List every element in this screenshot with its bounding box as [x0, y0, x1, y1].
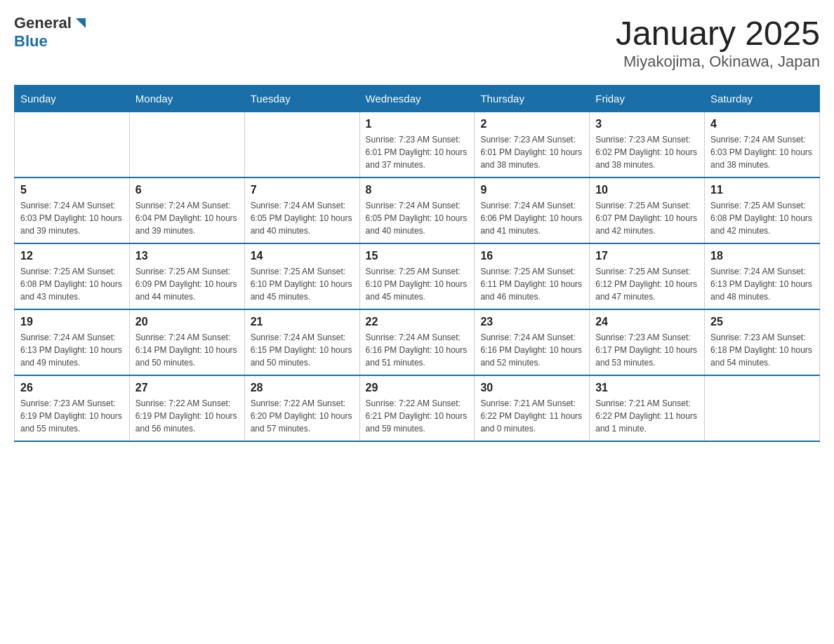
calendar-cell: 29Sunrise: 7:22 AM Sunset: 6:21 PM Dayli… — [359, 375, 475, 441]
calendar-cell — [705, 375, 820, 441]
weekday-header: Sunday — [15, 86, 130, 112]
calendar-cell: 15Sunrise: 7:25 AM Sunset: 6:10 PM Dayli… — [359, 243, 475, 309]
day-info: Sunrise: 7:24 AM Sunset: 6:05 PM Dayligh… — [366, 199, 469, 237]
day-info: Sunrise: 7:21 AM Sunset: 6:22 PM Dayligh… — [480, 397, 583, 435]
calendar-cell: 11Sunrise: 7:25 AM Sunset: 6:08 PM Dayli… — [705, 177, 820, 243]
logo-general: General — [14, 14, 72, 32]
day-number: 9 — [480, 184, 583, 196]
day-number: 23 — [480, 316, 583, 328]
weekday-header: Monday — [129, 86, 244, 112]
calendar-cell: 24Sunrise: 7:23 AM Sunset: 6:17 PM Dayli… — [590, 309, 705, 375]
calendar-cell: 20Sunrise: 7:24 AM Sunset: 6:14 PM Dayli… — [129, 309, 244, 375]
day-info: Sunrise: 7:24 AM Sunset: 6:16 PM Dayligh… — [480, 331, 583, 369]
day-info: Sunrise: 7:23 AM Sunset: 6:02 PM Dayligh… — [595, 133, 699, 171]
calendar-cell: 16Sunrise: 7:25 AM Sunset: 6:11 PM Dayli… — [475, 243, 590, 309]
day-number: 22 — [366, 316, 469, 328]
day-number: 1 — [366, 118, 469, 130]
day-info: Sunrise: 7:25 AM Sunset: 6:11 PM Dayligh… — [480, 265, 583, 303]
logo-triangle-icon — [73, 15, 88, 31]
calendar-cell: 2Sunrise: 7:23 AM Sunset: 6:01 PM Daylig… — [475, 112, 590, 178]
day-number: 6 — [135, 184, 239, 196]
day-number: 21 — [251, 316, 354, 328]
title-block: January 2025 Miyakojima, Okinawa, Japan — [616, 14, 820, 71]
calendar-cell — [244, 112, 359, 178]
day-info: Sunrise: 7:22 AM Sunset: 6:21 PM Dayligh… — [366, 397, 469, 435]
weekday-header: Tuesday — [244, 86, 359, 112]
calendar-cell: 9Sunrise: 7:24 AM Sunset: 6:06 PM Daylig… — [475, 177, 590, 243]
calendar-cell — [15, 112, 130, 178]
day-number: 27 — [135, 382, 239, 394]
calendar-cell: 12Sunrise: 7:25 AM Sunset: 6:08 PM Dayli… — [15, 243, 130, 309]
day-number: 3 — [595, 118, 699, 130]
day-info: Sunrise: 7:25 AM Sunset: 6:10 PM Dayligh… — [251, 265, 354, 303]
weekday-header: Thursday — [475, 86, 590, 112]
calendar-cell: 26Sunrise: 7:23 AM Sunset: 6:19 PM Dayli… — [15, 375, 130, 441]
day-info: Sunrise: 7:24 AM Sunset: 6:05 PM Dayligh… — [251, 199, 354, 237]
day-number: 20 — [135, 316, 239, 328]
day-info: Sunrise: 7:24 AM Sunset: 6:03 PM Dayligh… — [710, 133, 814, 171]
calendar-cell: 18Sunrise: 7:24 AM Sunset: 6:13 PM Dayli… — [705, 243, 820, 309]
day-number: 12 — [20, 250, 124, 262]
day-info: Sunrise: 7:22 AM Sunset: 6:19 PM Dayligh… — [135, 397, 239, 435]
day-info: Sunrise: 7:24 AM Sunset: 6:13 PM Dayligh… — [710, 265, 814, 303]
day-number: 31 — [595, 382, 699, 394]
day-info: Sunrise: 7:25 AM Sunset: 6:09 PM Dayligh… — [135, 265, 239, 303]
logo-blue: Blue — [14, 32, 48, 51]
calendar-cell: 28Sunrise: 7:22 AM Sunset: 6:20 PM Dayli… — [244, 375, 359, 441]
day-info: Sunrise: 7:23 AM Sunset: 6:18 PM Dayligh… — [710, 331, 814, 369]
day-info: Sunrise: 7:25 AM Sunset: 6:10 PM Dayligh… — [366, 265, 469, 303]
day-info: Sunrise: 7:25 AM Sunset: 6:07 PM Dayligh… — [595, 199, 699, 237]
day-number: 28 — [251, 382, 354, 394]
weekday-header: Friday — [590, 86, 705, 112]
calendar-cell: 22Sunrise: 7:24 AM Sunset: 6:16 PM Dayli… — [359, 309, 475, 375]
day-number: 29 — [366, 382, 469, 394]
calendar-week-row: 5Sunrise: 7:24 AM Sunset: 6:03 PM Daylig… — [15, 177, 820, 243]
day-info: Sunrise: 7:23 AM Sunset: 6:19 PM Dayligh… — [20, 397, 124, 435]
calendar-cell: 8Sunrise: 7:24 AM Sunset: 6:05 PM Daylig… — [359, 177, 475, 243]
calendar-table: SundayMondayTuesdayWednesdayThursdayFrid… — [14, 85, 820, 442]
svg-marker-0 — [76, 18, 86, 28]
day-info: Sunrise: 7:25 AM Sunset: 6:12 PM Dayligh… — [595, 265, 699, 303]
day-number: 7 — [251, 184, 354, 196]
day-number: 30 — [480, 382, 583, 394]
day-number: 15 — [366, 250, 469, 262]
calendar-cell: 14Sunrise: 7:25 AM Sunset: 6:10 PM Dayli… — [244, 243, 359, 309]
day-info: Sunrise: 7:23 AM Sunset: 6:01 PM Dayligh… — [366, 133, 469, 171]
day-number: 5 — [20, 184, 124, 196]
page-subtitle: Miyakojima, Okinawa, Japan — [616, 53, 820, 71]
day-number: 14 — [251, 250, 354, 262]
page-header: General Blue January 2025 Miyakojima, Ok… — [14, 14, 820, 71]
day-number: 18 — [710, 250, 814, 262]
day-info: Sunrise: 7:24 AM Sunset: 6:06 PM Dayligh… — [480, 199, 583, 237]
calendar-cell: 30Sunrise: 7:21 AM Sunset: 6:22 PM Dayli… — [475, 375, 590, 441]
day-number: 16 — [480, 250, 583, 262]
calendar-cell: 23Sunrise: 7:24 AM Sunset: 6:16 PM Dayli… — [475, 309, 590, 375]
day-number: 11 — [710, 184, 814, 196]
calendar-week-row: 12Sunrise: 7:25 AM Sunset: 6:08 PM Dayli… — [15, 243, 820, 309]
day-number: 26 — [20, 382, 124, 394]
calendar-week-row: 1Sunrise: 7:23 AM Sunset: 6:01 PM Daylig… — [15, 112, 820, 178]
day-number: 24 — [595, 316, 699, 328]
calendar-cell: 7Sunrise: 7:24 AM Sunset: 6:05 PM Daylig… — [244, 177, 359, 243]
calendar-cell: 19Sunrise: 7:24 AM Sunset: 6:13 PM Dayli… — [15, 309, 130, 375]
calendar-cell: 4Sunrise: 7:24 AM Sunset: 6:03 PM Daylig… — [705, 112, 820, 178]
day-info: Sunrise: 7:24 AM Sunset: 6:15 PM Dayligh… — [251, 331, 354, 369]
day-number: 13 — [135, 250, 239, 262]
day-info: Sunrise: 7:24 AM Sunset: 6:14 PM Dayligh… — [135, 331, 239, 369]
day-number: 19 — [20, 316, 124, 328]
calendar-cell: 17Sunrise: 7:25 AM Sunset: 6:12 PM Dayli… — [590, 243, 705, 309]
calendar-cell: 1Sunrise: 7:23 AM Sunset: 6:01 PM Daylig… — [359, 112, 475, 178]
calendar-cell: 31Sunrise: 7:21 AM Sunset: 6:22 PM Dayli… — [590, 375, 705, 441]
calendar-week-row: 26Sunrise: 7:23 AM Sunset: 6:19 PM Dayli… — [15, 375, 820, 441]
day-info: Sunrise: 7:22 AM Sunset: 6:20 PM Dayligh… — [251, 397, 354, 435]
day-info: Sunrise: 7:24 AM Sunset: 6:03 PM Dayligh… — [20, 199, 124, 237]
day-info: Sunrise: 7:24 AM Sunset: 6:04 PM Dayligh… — [135, 199, 239, 237]
day-number: 17 — [595, 250, 699, 262]
day-info: Sunrise: 7:24 AM Sunset: 6:16 PM Dayligh… — [366, 331, 469, 369]
calendar-cell: 10Sunrise: 7:25 AM Sunset: 6:07 PM Dayli… — [590, 177, 705, 243]
day-info: Sunrise: 7:23 AM Sunset: 6:01 PM Dayligh… — [480, 133, 583, 171]
calendar-cell: 5Sunrise: 7:24 AM Sunset: 6:03 PM Daylig… — [15, 177, 130, 243]
day-number: 10 — [595, 184, 699, 196]
calendar-cell: 27Sunrise: 7:22 AM Sunset: 6:19 PM Dayli… — [129, 375, 244, 441]
calendar-cell: 21Sunrise: 7:24 AM Sunset: 6:15 PM Dayli… — [244, 309, 359, 375]
